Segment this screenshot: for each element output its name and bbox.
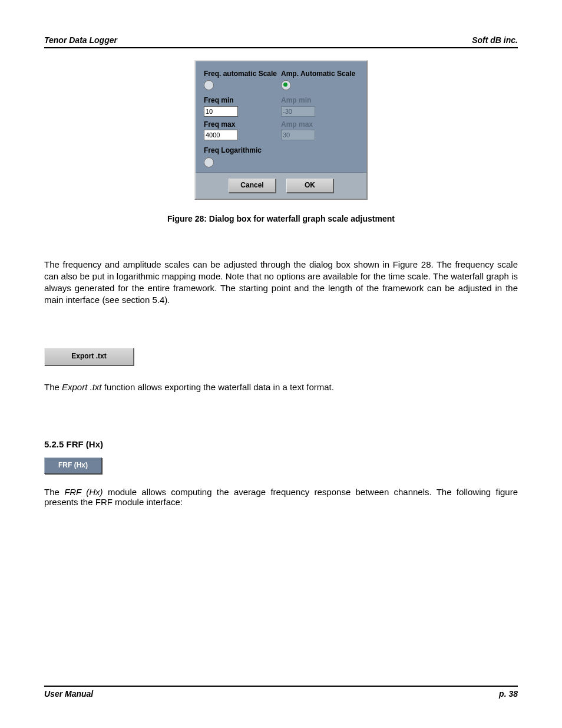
footer-right: p. 38 <box>499 689 518 699</box>
page-header: Tenor Data Logger Soft dB inc. <box>44 35 518 48</box>
freq-min-input[interactable] <box>204 106 238 117</box>
freq-auto-scale-radio[interactable] <box>204 80 214 90</box>
amp-auto-scale-label: Amp. Automatic Scale <box>281 70 358 78</box>
export-txt-button[interactable]: Export .txt <box>44 348 134 365</box>
freq-max-label: Freq max <box>204 120 281 129</box>
freq-log-radio[interactable] <box>204 157 214 167</box>
paragraph-1: The frequency and amplitude scales can b… <box>44 259 518 307</box>
section-heading: 5.2.5 FRF (Hx) <box>44 439 518 449</box>
paragraph-3: The FRF (Hx) module allows computing the… <box>44 487 518 507</box>
amp-max-input <box>281 130 315 140</box>
footer-left: User Manual <box>44 689 93 699</box>
ok-button[interactable]: OK <box>286 179 333 193</box>
freq-min-label: Freq min <box>204 96 281 104</box>
freq-log-label: Freq Logarithmic <box>204 146 358 154</box>
amp-min-input <box>281 106 315 117</box>
header-left: Tenor Data Logger <box>44 35 117 45</box>
cancel-button[interactable]: Cancel <box>229 179 276 193</box>
amp-min-label: Amp min <box>281 96 358 104</box>
scale-dialog: Freq. automatic Scale Amp. Automatic Sca… <box>194 60 368 200</box>
amp-max-label: Amp max <box>281 120 358 129</box>
paragraph-2: The Export .txt function allows exportin… <box>44 382 518 392</box>
freq-max-input[interactable] <box>204 130 238 140</box>
frf-hx-button[interactable]: FRF (Hx) <box>44 457 102 474</box>
header-right: Soft dB inc. <box>472 35 518 45</box>
figure-caption: Figure 28: Dialog box for waterfall grap… <box>44 214 518 223</box>
freq-auto-scale-label: Freq. automatic Scale <box>204 70 281 78</box>
amp-auto-scale-radio[interactable] <box>281 80 291 90</box>
page-footer: User Manual p. 38 <box>44 686 518 699</box>
